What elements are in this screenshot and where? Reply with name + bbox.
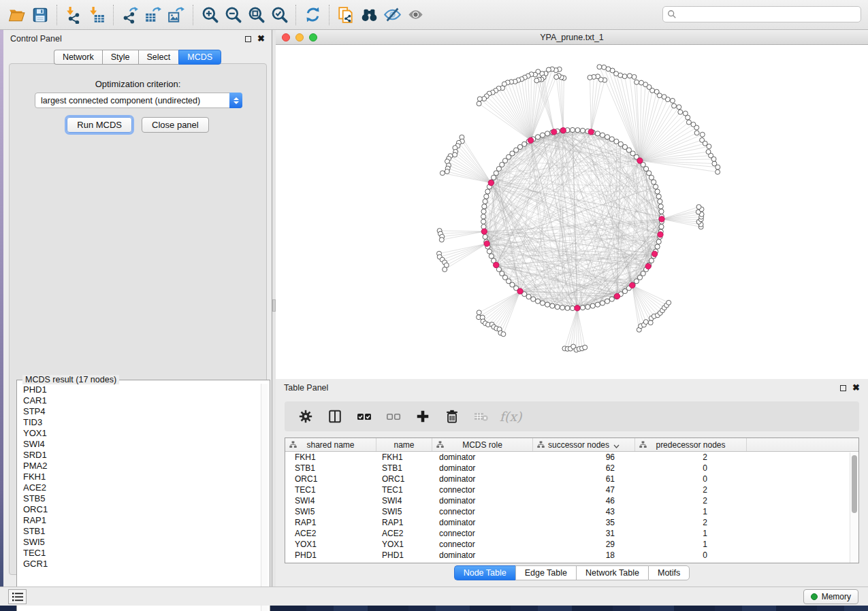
float-window-icon[interactable] (245, 36, 251, 42)
column-header-MCDS-role[interactable]: MCDS role (432, 438, 533, 451)
network-canvas[interactable] (276, 45, 868, 379)
table-cell: connector (432, 507, 533, 516)
optimization-criterion-dropdown[interactable]: largest connected component (undirected) (35, 93, 242, 108)
table-cell: 2 (635, 452, 747, 462)
tab-edge-table[interactable]: Edge Table (515, 565, 576, 580)
table-cell: 61 (533, 474, 635, 484)
delete-column-button[interactable] (442, 406, 462, 427)
mcds-node-item[interactable]: GCR1 (23, 559, 261, 569)
tab-network-table[interactable]: Network Table (576, 565, 648, 580)
add-column-button[interactable] (413, 406, 433, 427)
run-mcds-button[interactable]: Run MCDS (67, 117, 132, 133)
table-cell: 62 (533, 463, 635, 473)
zoom-selected-button[interactable] (268, 3, 291, 27)
zoom-out-button[interactable] (221, 3, 244, 27)
network-window-titlebar[interactable]: YPA_prune.txt_1 (276, 30, 868, 45)
table-cell: 1 (635, 529, 747, 538)
mcds-node-item[interactable]: ORC1 (23, 504, 261, 515)
table-cell: 0 (635, 550, 747, 560)
export-network-button[interactable] (118, 3, 142, 27)
zoom-in-button[interactable] (198, 3, 221, 27)
close-panel-button[interactable]: Close panel (142, 117, 209, 133)
table-scrollbar[interactable] (850, 452, 858, 563)
mcds-node-item[interactable]: CAR1 (23, 395, 261, 406)
table-cell: dominator (432, 496, 533, 506)
mcds-node-item[interactable]: FKH1 (23, 472, 261, 482)
clone-network-button[interactable] (334, 3, 357, 27)
column-header-successor-nodes[interactable]: successor nodes (533, 438, 635, 451)
table-row[interactable]: PHD1PHD1dominator180 (285, 550, 858, 561)
deselect-all-button[interactable] (383, 406, 404, 427)
table-cell: YOX1 (285, 540, 376, 549)
mcds-node-item[interactable]: PMA2 (23, 461, 261, 472)
open-folder-icon (8, 6, 26, 24)
mcds-node-item[interactable]: STB5 (23, 493, 261, 504)
mcds-node-item[interactable]: YOX1 (23, 428, 261, 439)
column-header-predecessor-nodes[interactable]: predecessor nodes (635, 438, 747, 451)
table-cell: PHD1 (285, 550, 376, 560)
mcds-node-item[interactable]: RAP1 (23, 515, 261, 526)
table-row[interactable]: SWI5SWI5connector431 (285, 506, 858, 517)
import-table-button[interactable] (85, 3, 108, 27)
clone-network-icon (337, 6, 355, 24)
table-scrollbar-thumb[interactable] (852, 455, 857, 513)
table-cell: PHD1 (376, 550, 432, 560)
export-table-button[interactable] (142, 3, 165, 27)
table-row[interactable]: YOX1YOX1connector291 (285, 539, 858, 550)
table-settings-button[interactable] (295, 406, 316, 427)
import-network-button[interactable] (62, 3, 85, 27)
table-row[interactable]: TEC1TEC1connector472 (285, 484, 858, 495)
table-cell: 2 (635, 485, 747, 495)
table-row[interactable]: RAP1RAP1dominator352 (285, 517, 858, 528)
column-label: predecessor nodes (656, 440, 725, 450)
table-row[interactable]: ORC1ORC1dominator610 (285, 474, 858, 484)
mcds-node-item[interactable]: STP4 (23, 406, 261, 417)
mcds-node-item[interactable]: PHD1 (23, 384, 261, 395)
tab-style[interactable]: Style (102, 50, 138, 65)
control-panel-title: Control Panel (10, 34, 62, 44)
tab-node-table[interactable]: Node Table (454, 565, 515, 580)
show-columns-button[interactable] (325, 406, 345, 427)
export-image-button[interactable] (165, 3, 188, 27)
mcds-node-item[interactable]: ACE2 (23, 482, 261, 493)
table-row[interactable]: FKH1FKH1dominator962 (285, 452, 858, 463)
find-button[interactable] (357, 3, 381, 27)
select-all-button[interactable] (354, 406, 374, 427)
close-panel-icon[interactable]: ✖ (257, 35, 265, 42)
open-file-button[interactable] (5, 3, 29, 27)
zoom-fit-button[interactable] (244, 3, 268, 27)
table-row[interactable]: ACE2ACE2connector311 (285, 528, 858, 539)
zoom-selected-icon (270, 5, 289, 24)
tab-select[interactable]: Select (138, 50, 179, 65)
network-window: YPA_prune.txt_1 (276, 30, 868, 379)
delete-table-button[interactable] (471, 406, 492, 427)
refresh-layout-button[interactable] (301, 3, 324, 27)
table-toolbar: f(x) (285, 401, 859, 431)
tab-network[interactable]: Network (54, 50, 102, 65)
table-row[interactable]: SWI4SWI4dominator462 (285, 495, 858, 506)
tab-motifs[interactable]: Motifs (648, 565, 690, 580)
search-field[interactable] (662, 6, 861, 22)
function-builder-button[interactable]: f(x) (500, 406, 521, 427)
task-history-button[interactable] (8, 589, 27, 604)
close-panel-icon[interactable]: ✖ (852, 384, 860, 391)
memory-button[interactable]: Memory (803, 589, 858, 604)
mcds-node-item[interactable]: SWI4 (23, 439, 261, 450)
mcds-node-item[interactable]: TEC1 (23, 548, 261, 559)
search-input[interactable] (680, 10, 856, 19)
float-window-icon[interactable] (840, 385, 846, 391)
mcds-node-item[interactable]: STB1 (23, 526, 261, 537)
save-session-button[interactable] (29, 3, 52, 27)
hide-selected-button[interactable] (381, 3, 404, 27)
table-row[interactable]: STB1STB1dominator620 (285, 463, 858, 474)
dropdown-selected-value: largest connected component (undirected) (35, 96, 229, 105)
mcds-node-item[interactable]: TID3 (23, 417, 261, 428)
column-header-shared-name[interactable]: shared name (285, 438, 376, 451)
mcds-node-item[interactable]: SWI5 (23, 537, 261, 548)
mcds-node-item[interactable]: SRD1 (23, 450, 261, 461)
table-cell: ORC1 (285, 474, 376, 484)
tab-mcds[interactable]: MCDS (178, 50, 221, 65)
column-header-name[interactable]: name (376, 438, 432, 451)
show-hidden-button[interactable] (404, 3, 427, 27)
mcds-list-scrollbar[interactable] (261, 384, 268, 611)
